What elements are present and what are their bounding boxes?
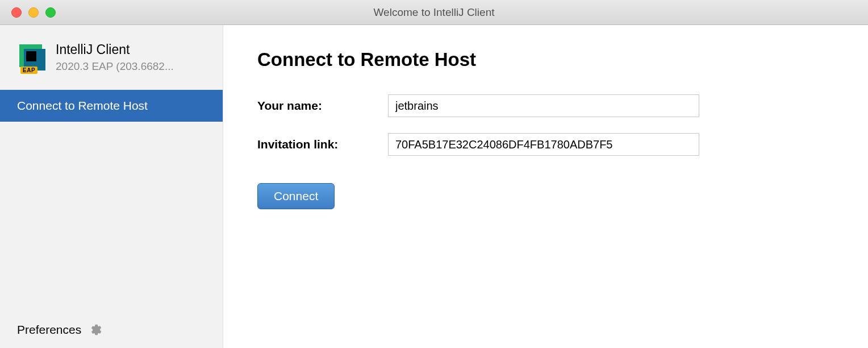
maximize-window-button[interactable]: [45, 7, 56, 18]
app-version: 2020.3 EAP (203.6682...: [56, 60, 174, 73]
sidebar-footer: Preferences: [0, 312, 223, 348]
svg-rect-2: [26, 51, 36, 61]
app-icon: EAP: [17, 42, 47, 72]
traffic-lights: [0, 7, 56, 18]
window-title: Welcome to IntelliJ Client: [374, 6, 495, 19]
sidebar-item-connect[interactable]: Connect to Remote Host: [0, 90, 223, 122]
page-title: Connect to Remote Host: [257, 49, 834, 71]
gear-icon[interactable]: [89, 324, 102, 336]
titlebar: Welcome to IntelliJ Client: [0, 0, 868, 25]
name-input[interactable]: [388, 94, 699, 117]
sidebar-header: EAP IntelliJ Client 2020.3 EAP (203.6682…: [0, 42, 223, 90]
app-info: IntelliJ Client 2020.3 EAP (203.6682...: [56, 42, 174, 73]
form-row-link: Invitation link:: [257, 133, 834, 156]
preferences-link[interactable]: Preferences: [17, 323, 81, 337]
connect-button[interactable]: Connect: [257, 183, 335, 209]
minimize-window-button[interactable]: [28, 7, 39, 18]
eap-badge: EAP: [20, 67, 37, 74]
invitation-link-input[interactable]: [388, 133, 699, 156]
main-panel: Connect to Remote Host Your name: Invita…: [223, 25, 868, 348]
app-title: IntelliJ Client: [56, 42, 174, 58]
name-label: Your name:: [257, 99, 388, 113]
form-row-name: Your name:: [257, 94, 834, 117]
invitation-link-label: Invitation link:: [257, 138, 388, 151]
sidebar: EAP IntelliJ Client 2020.3 EAP (203.6682…: [0, 25, 223, 348]
close-window-button[interactable]: [11, 7, 22, 18]
